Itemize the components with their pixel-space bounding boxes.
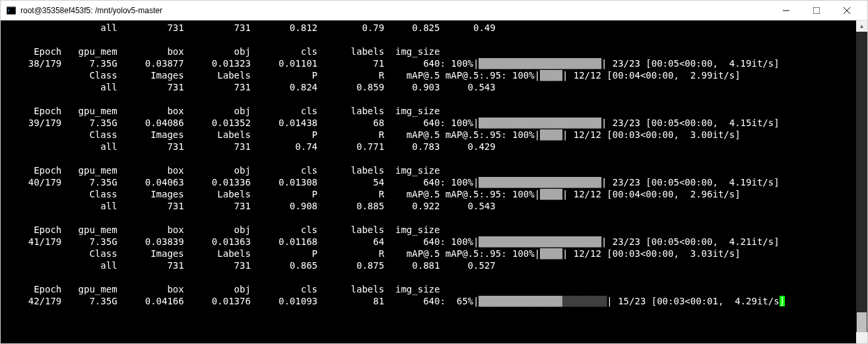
svg-rect-3 bbox=[813, 7, 820, 14]
terminal-icon bbox=[6, 5, 17, 16]
minimize-button[interactable] bbox=[771, 1, 801, 20]
scroll-track[interactable] bbox=[856, 32, 867, 332]
terminal-window: root@35358ef453f5: /mnt/yolov5-master al… bbox=[0, 0, 868, 344]
titlebar[interactable]: root@35358ef453f5: /mnt/yolov5-master bbox=[1, 1, 867, 20]
window-controls bbox=[771, 1, 862, 20]
close-button[interactable] bbox=[832, 1, 862, 20]
scroll-up-icon[interactable]: ▲ bbox=[856, 20, 867, 32]
maximize-button[interactable] bbox=[801, 1, 832, 20]
terminal-body[interactable]: all 731 731 0.812 0.79 0.825 0.49 Epoch … bbox=[1, 20, 867, 343]
window-title: root@35358ef453f5: /mnt/yolov5-master bbox=[20, 6, 771, 15]
scroll-thumb[interactable] bbox=[857, 312, 867, 332]
terminal-output: all 731 731 0.812 0.79 0.825 0.49 Epoch … bbox=[1, 20, 867, 308]
scrollbar[interactable]: ▲ bbox=[856, 20, 867, 343]
